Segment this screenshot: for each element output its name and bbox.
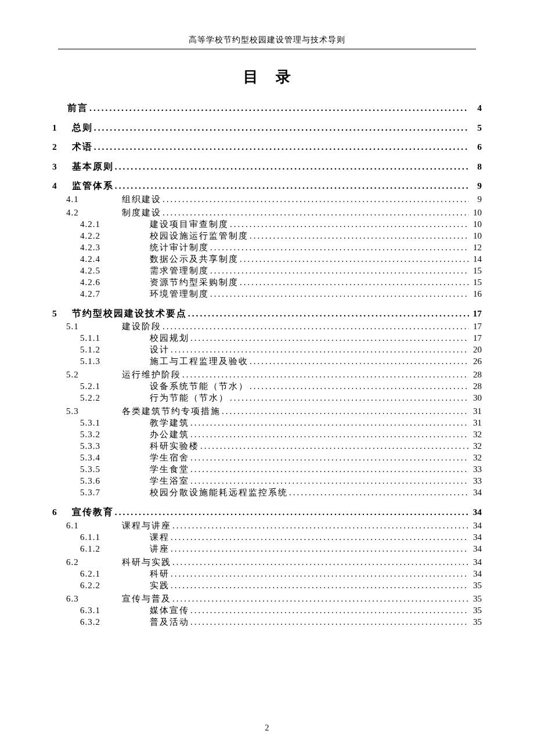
toc-leader-dots <box>171 545 469 553</box>
toc-leader-dots <box>163 322 469 331</box>
toc-entry: 5.3.2办公建筑32 <box>52 430 482 439</box>
toc-leader-dots <box>171 581 469 590</box>
toc-leader-dots <box>94 123 469 132</box>
toc-entry-page: 34 <box>470 488 482 497</box>
toc-entry-number: 5.3.3 <box>52 442 150 451</box>
toc-leader-dots <box>172 558 469 567</box>
toc-entry-page: 6 <box>470 142 482 152</box>
toc-entry-page: 34 <box>470 521 482 530</box>
toc-entry-label: 设备系统节能（节水） <box>150 382 248 391</box>
toc-entry-label: 需求管理制度 <box>150 267 209 275</box>
toc-entry: 5.2运行维护阶段28 <box>52 370 482 379</box>
toc-entry: 6.2.2实践35 <box>52 581 482 590</box>
toc-entry-label: 基本原则 <box>72 162 114 171</box>
toc-leader-dots <box>190 334 469 343</box>
toc-entry-label: 前言 <box>67 103 88 113</box>
toc-entry-page: 16 <box>470 290 482 298</box>
toc-entry: 5.3.1教学建筑31 <box>52 419 482 427</box>
toc-entry-page: 20 <box>470 345 482 354</box>
toc-entry-page: 31 <box>470 407 482 416</box>
toc-leader-dots <box>172 595 469 603</box>
toc-entry-label: 建设项目审查制度 <box>150 220 229 229</box>
toc-entry: 3 基本原则8 <box>52 162 482 171</box>
toc-entry-page: 35 <box>470 606 482 615</box>
toc-leader-dots <box>94 142 469 152</box>
toc-entry-page: 32 <box>470 453 482 462</box>
toc-entry: 4.2.2校园设施运行监管制度10 <box>52 232 482 240</box>
toc-leader-dots <box>89 103 469 113</box>
toc-title: 目录 <box>52 67 482 87</box>
toc-entry-number: 4.2.5 <box>52 267 150 275</box>
toc-leader-dots <box>289 488 469 497</box>
toc-entry-page: 5 <box>470 123 482 132</box>
toc-entry-number: 6.3.1 <box>52 606 150 615</box>
toc-leader-dots <box>230 394 469 402</box>
toc-entry-label: 学生浴室 <box>150 477 189 485</box>
toc-entry: 5.2.2行为节能（节水）30 <box>52 394 482 402</box>
toc-entry: 4.2.5需求管理制度15 <box>52 267 482 275</box>
toc-entry: 5.1.1校园规划17 <box>52 334 482 343</box>
toc-entry-number: 5.2.1 <box>52 382 150 391</box>
toc-entry: 4.2.6资源节约型采购制度15 <box>52 278 482 287</box>
toc-entry-page: 35 <box>470 581 482 590</box>
toc-leader-dots <box>190 606 469 615</box>
toc-leader-dots <box>240 278 469 287</box>
toc-entry-page: 17 <box>470 334 482 343</box>
toc-entry-number: 4.1 <box>52 195 122 204</box>
toc-entry-page: 9 <box>470 195 482 204</box>
toc-leader-dots <box>250 382 469 391</box>
toc-entry: 6.1.1课程34 <box>52 533 482 542</box>
toc-entry-label: 数据公示及共享制度 <box>150 255 239 264</box>
toc-entry-number: 4.2 <box>52 208 122 217</box>
toc-body: 前言41 总则52 术语63 基本原则84 监管体系94.1组织建设94.2制度… <box>52 103 482 627</box>
toc-entry-page: 26 <box>470 357 482 366</box>
toc-entry-page: 28 <box>470 382 482 391</box>
toc-leader-dots <box>115 162 469 171</box>
toc-entry-label: 媒体宣传 <box>150 606 189 615</box>
toc-entry-label: 各类建筑节约专项措施 <box>122 407 221 416</box>
toc-entry-label: 校园规划 <box>150 334 189 343</box>
toc-entry: 5.1.3施工与工程监理及验收26 <box>52 357 482 366</box>
toc-entry: 6.1课程与讲座34 <box>52 521 482 530</box>
toc-entry-label: 课程 <box>150 533 169 542</box>
toc-entry: 5.1建设阶段17 <box>52 322 482 331</box>
toc-leader-dots <box>163 195 469 204</box>
toc-entry-label: 运行维护阶段 <box>122 370 181 379</box>
running-head: 高等学校节约型校园建设管理与技术导则 <box>58 35 476 49</box>
toc-leader-dots <box>190 419 469 427</box>
toc-entry-number: 4.2.6 <box>52 278 150 287</box>
toc-entry-label: 科研实验楼 <box>150 442 199 451</box>
toc-leader-dots <box>240 255 469 264</box>
toc-entry-number: 2 <box>52 142 67 152</box>
toc-entry-label: 科研与实践 <box>122 558 171 567</box>
toc-entry: 4.2.4数据公示及共享制度14 <box>52 255 482 264</box>
toc-entry-number: 6.2 <box>52 558 122 567</box>
toc-entry: 5.2.1设备系统节能（节水）28 <box>52 382 482 391</box>
toc-entry-number: 4 <box>52 181 67 190</box>
toc-leader-dots <box>171 570 469 578</box>
toc-leader-dots <box>210 290 469 298</box>
toc-leader-dots <box>171 533 469 542</box>
toc-leader-dots <box>190 430 469 439</box>
toc-leader-dots <box>230 220 469 229</box>
toc-entry-number: 6.3.2 <box>52 618 150 627</box>
toc-entry-number: 5.3.2 <box>52 430 150 439</box>
toc-entry-number: 5.1.2 <box>52 345 150 354</box>
toc-entry: 5 节约型校园建设技术要点17 <box>52 309 482 318</box>
toc-entry-page: 10 <box>470 220 482 229</box>
toc-entry-page: 15 <box>470 278 482 287</box>
toc-entry-number: 5.3 <box>52 407 122 416</box>
toc-entry: 5.3.4学生宿舍32 <box>52 453 482 462</box>
toc-entry-label: 宣传与普及 <box>122 595 171 603</box>
toc-entry-label: 校园设施运行监管制度 <box>150 232 248 240</box>
toc-entry-page: 12 <box>470 243 482 252</box>
toc-entry-number: 6.2.2 <box>52 581 150 590</box>
toc-leader-dots <box>190 453 469 462</box>
toc-entry-number: 4.2.7 <box>52 290 150 298</box>
toc-entry-page: 32 <box>470 442 482 451</box>
toc-entry-page: 34 <box>470 545 482 553</box>
toc-entry-page: 35 <box>470 618 482 627</box>
toc-entry: 4.2.1建设项目审查制度10 <box>52 220 482 229</box>
toc-entry-label: 建设阶段 <box>122 322 161 331</box>
toc-entry-label: 学生宿舍 <box>150 453 189 462</box>
